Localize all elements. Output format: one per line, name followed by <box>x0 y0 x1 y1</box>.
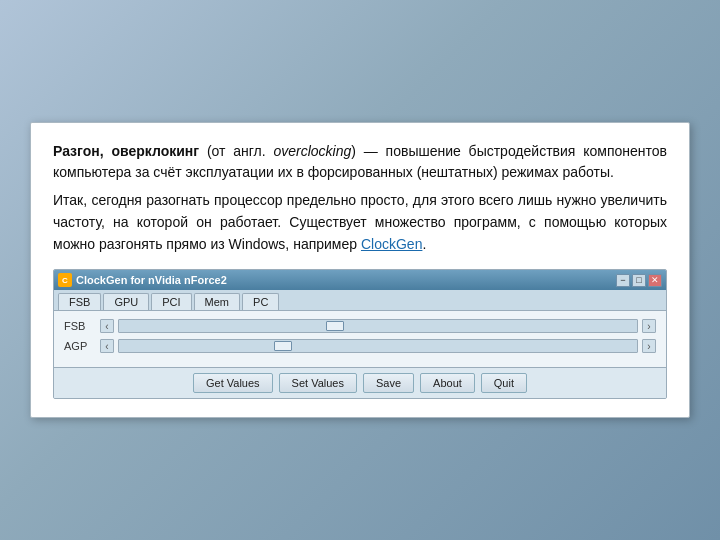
about-button[interactable]: About <box>420 373 475 393</box>
tab-pc[interactable]: PC <box>242 293 279 310</box>
clockgen-content: FSB ‹ › AGP ‹ › <box>54 311 666 367</box>
article-paren-open: (от англ. <box>199 143 273 159</box>
main-card: Разгон, оверклокинг (от англ. overclocki… <box>30 122 690 418</box>
article-italic-term: overclocking <box>273 143 351 159</box>
tab-pci[interactable]: PCI <box>151 293 191 310</box>
buttons-row: Get Values Set Values Save About Quit <box>54 367 666 398</box>
clockgen-titlebar: C ClockGen for nVidia nForce2 − □ ✕ <box>54 270 666 290</box>
fsb-slider-track[interactable] <box>118 319 638 333</box>
fsb-right-arrow[interactable]: › <box>642 319 656 333</box>
agp-slider-track[interactable] <box>118 339 638 353</box>
window-title: ClockGen for nVidia nForce2 <box>76 274 227 286</box>
tab-fsb[interactable]: FSB <box>58 293 101 310</box>
agp-left-arrow[interactable]: ‹ <box>100 339 114 353</box>
agp-label: AGP <box>64 340 96 352</box>
article-text: Разгон, оверклокинг (от англ. overclocki… <box>53 141 667 255</box>
fsb-left-arrow[interactable]: ‹ <box>100 319 114 333</box>
app-icon: C <box>58 273 72 287</box>
window-controls: − □ ✕ <box>616 274 662 287</box>
article-para2-end: . <box>422 236 426 252</box>
quit-button[interactable]: Quit <box>481 373 527 393</box>
restore-button[interactable]: □ <box>632 274 646 287</box>
titlebar-left: C ClockGen for nVidia nForce2 <box>58 273 227 287</box>
fsb-label: FSB <box>64 320 96 332</box>
agp-right-arrow[interactable]: › <box>642 339 656 353</box>
clockgen-window: C ClockGen for nVidia nForce2 − □ ✕ FSB … <box>53 269 667 399</box>
get-values-button[interactable]: Get Values <box>193 373 273 393</box>
tabs-row: FSB GPU PCI Mem PC <box>54 290 666 311</box>
clockgen-link[interactable]: ClockGen <box>361 236 422 252</box>
minimize-button[interactable]: − <box>616 274 630 287</box>
save-button[interactable]: Save <box>363 373 414 393</box>
agp-slider-thumb[interactable] <box>274 341 292 351</box>
fsb-slider-thumb[interactable] <box>326 321 344 331</box>
tab-mem[interactable]: Mem <box>194 293 240 310</box>
close-button[interactable]: ✕ <box>648 274 662 287</box>
fsb-slider-row: FSB ‹ › <box>64 319 656 333</box>
set-values-button[interactable]: Set Values <box>279 373 357 393</box>
article-bold-term: Разгон, оверклокинг <box>53 143 199 159</box>
agp-slider-row: AGP ‹ › <box>64 339 656 353</box>
tab-gpu[interactable]: GPU <box>103 293 149 310</box>
